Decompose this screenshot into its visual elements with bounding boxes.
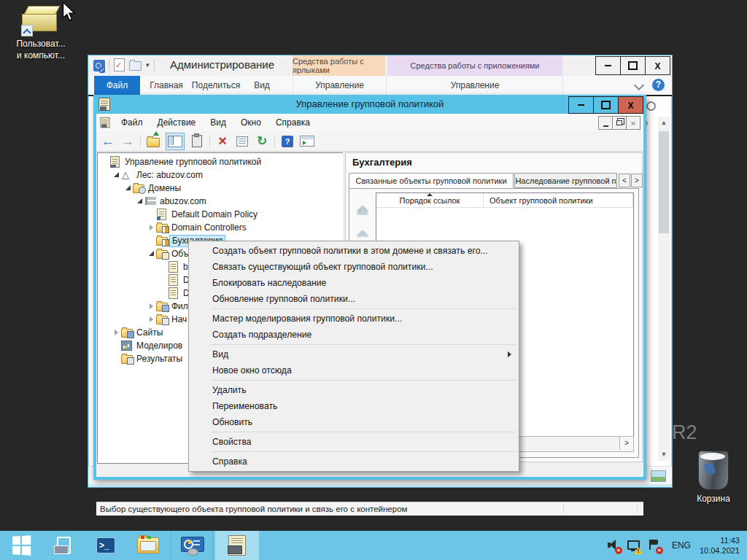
tab-scroll-left-icon[interactable]: < <box>619 174 630 187</box>
up-one-level-icon[interactable] <box>146 134 160 149</box>
explorer-vertical-scrollbar[interactable]: ▲ ▼ <box>658 117 670 461</box>
column-header-gpo[interactable]: Объект групповой политики <box>484 193 633 207</box>
ribbon-tab[interactable]: Файл <box>94 76 140 95</box>
maximize-button[interactable] <box>593 96 619 114</box>
context-menu-item[interactable]: Переименовать <box>189 398 519 414</box>
tree-expander-icon[interactable] <box>147 316 156 323</box>
scrollbar-thumb[interactable] <box>659 131 669 233</box>
forward-icon[interactable]: → <box>120 134 135 149</box>
tree-item[interactable]: abuzov.com <box>98 195 343 208</box>
tree-item[interactable]: Управление групповой политикой <box>98 155 343 168</box>
menu-bar-item[interactable]: Справка <box>268 117 317 128</box>
export-list-icon[interactable] <box>300 134 314 149</box>
properties-quick-icon[interactable] <box>114 58 125 71</box>
context-menu-item[interactable]: Блокировать наследование <box>189 275 519 291</box>
menu-bar-item[interactable]: Действие <box>150 117 204 128</box>
tree-item[interactable]: Domain Controllers <box>98 221 343 234</box>
clipboard-icon[interactable] <box>190 134 204 149</box>
menu-bar-item[interactable]: Файл <box>114 117 150 128</box>
tree-expander-icon[interactable] <box>112 171 121 179</box>
thumbnail-view-icon[interactable] <box>651 470 666 482</box>
taskbar-control-panel[interactable] <box>171 531 213 560</box>
help-icon[interactable]: ? <box>280 134 295 149</box>
ribbon-tab[interactable]: Управление <box>387 76 563 95</box>
qat-dropdown-icon[interactable]: ▾ <box>146 61 150 69</box>
delete-icon[interactable]: × <box>215 134 230 149</box>
tree-expander-icon[interactable] <box>159 263 168 271</box>
move-top-button[interactable] <box>355 205 370 219</box>
context-menu-item[interactable]: Создать подразделение <box>189 327 519 343</box>
tree-expander-icon[interactable] <box>112 342 121 349</box>
back-icon[interactable]: ← <box>101 134 115 149</box>
refresh-icon[interactable]: ↻ <box>255 134 269 149</box>
ribbon-tab[interactable]: Поделиться <box>189 76 243 95</box>
column-header-link-order[interactable]: Порядок ссылок <box>376 193 484 207</box>
context-menu-item[interactable]: Создать объект групповой политики в этом… <box>189 243 519 259</box>
tree-expander-icon[interactable] <box>136 198 144 205</box>
tree-item[interactable]: Домены <box>98 182 343 195</box>
clock[interactable]: 11:43 10.04.2021 <box>700 535 740 556</box>
search-icon[interactable] <box>646 101 656 111</box>
context-menu-item[interactable]: Обновление групповой политики... <box>189 291 519 307</box>
taskbar-server-manager[interactable] <box>42 531 85 560</box>
mdi-restore-button[interactable] <box>612 116 627 130</box>
context-menu-item[interactable]: Новое окно отсюда <box>189 362 519 378</box>
start-button[interactable] <box>0 531 42 560</box>
mdi-minimize-button[interactable] <box>598 116 613 130</box>
details-tab[interactable]: Связанные объекты групповой политики <box>349 173 514 188</box>
scroll-down-icon[interactable]: ▼ <box>658 448 670 461</box>
tree-expander-icon[interactable] <box>159 289 168 297</box>
contextual-tab-group[interactable]: Средства работы с ярлыками <box>293 55 385 76</box>
ribbon-tab[interactable]: Вид <box>246 76 278 95</box>
menu-bar-item[interactable]: Окно <box>233 117 268 128</box>
context-menu-item[interactable]: Свойства <box>189 434 519 450</box>
tab-scroll-right-icon[interactable]: > <box>631 174 643 187</box>
recycle-bin[interactable]: Корзина <box>684 451 743 505</box>
tree-expander-icon[interactable] <box>147 303 156 310</box>
explorer-titlebar[interactable]: ▾ Администрирование Средства работы с яр… <box>88 55 672 76</box>
taskbar-gpmc-active[interactable] <box>214 531 260 560</box>
console-tree-toggle-icon[interactable] <box>166 133 185 150</box>
menu-bar-item[interactable]: Вид <box>203 117 233 128</box>
details-tab[interactable]: Наследование групповой п <box>514 173 617 188</box>
tree-expander-icon[interactable] <box>112 355 121 362</box>
scroll-up-icon[interactable]: ▲ <box>658 117 670 129</box>
network-warning-icon[interactable] <box>627 538 643 553</box>
context-menu-item[interactable]: Связать существующий объект групповой по… <box>189 259 519 275</box>
ribbon-collapse-icon[interactable] <box>634 80 644 90</box>
context-menu-item[interactable]: Справка <box>189 454 519 470</box>
tree-item[interactable]: Default Domain Policy <box>98 208 343 221</box>
maximize-button[interactable] <box>620 56 646 75</box>
tree-expander-icon[interactable] <box>159 276 168 284</box>
tree-expander-icon[interactable] <box>112 329 121 336</box>
context-menu-item[interactable]: Мастер моделирования групповой политики.… <box>189 311 519 327</box>
ribbon-tab[interactable]: Главная <box>145 76 187 95</box>
taskbar-powershell[interactable]: >_ <box>85 531 127 560</box>
ribbon-tab[interactable]: Управление <box>293 76 387 95</box>
volume-muted-icon[interactable]: × <box>606 538 622 553</box>
minimize-button[interactable] <box>568 96 594 114</box>
language-indicator[interactable]: ENG <box>672 540 691 551</box>
contextual-tab-group[interactable]: Средства работы с приложениями <box>387 55 562 76</box>
minimize-button[interactable] <box>595 56 621 75</box>
context-menu-item[interactable]: Обновить <box>189 414 519 430</box>
tree-expander-icon[interactable] <box>101 158 109 166</box>
tree-expander-icon[interactable] <box>147 211 156 218</box>
tree-item[interactable]: △ Лес: abuzov.com <box>98 168 343 182</box>
close-button[interactable] <box>618 96 643 114</box>
taskbar-file-explorer[interactable] <box>127 531 169 560</box>
new-folder-quick-icon[interactable] <box>129 61 142 71</box>
scroll-right-icon[interactable]: > <box>619 437 633 450</box>
tree-expander-icon[interactable] <box>147 224 156 231</box>
tree-expander-icon[interactable] <box>124 184 133 192</box>
help-icon[interactable]: ? <box>652 79 665 91</box>
context-menu-item[interactable]: Вид <box>189 346 519 362</box>
action-center-flag-icon[interactable]: × <box>647 538 663 553</box>
mdi-close-button[interactable]: × <box>626 116 640 130</box>
gpmc-titlebar[interactable]: Управление групповой политикой <box>93 95 646 114</box>
properties-icon[interactable] <box>235 134 249 149</box>
close-button[interactable] <box>645 56 670 75</box>
context-menu-item[interactable]: Удалить <box>189 382 519 398</box>
tree-expander-icon[interactable] <box>147 250 156 257</box>
tree-expander-icon[interactable] <box>147 237 156 244</box>
